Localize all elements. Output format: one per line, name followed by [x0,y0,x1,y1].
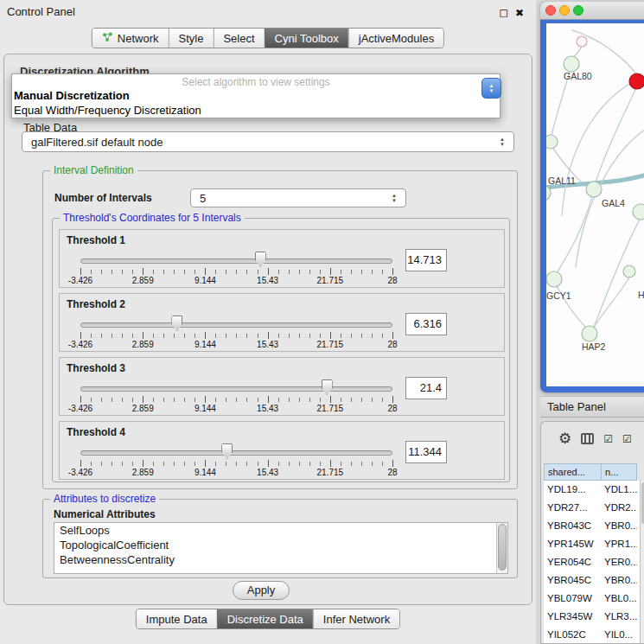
slider-scale-label: 2.859 [132,468,154,477]
threshold-value-field[interactable]: 6.316 [405,313,447,335]
table-cell[interactable]: YIL052C [544,626,601,644]
number-of-intervals-combo[interactable]: 5 [190,188,406,207]
titlebar-controls [499,4,524,20]
table-cell[interactable]: YBR045C [544,571,601,590]
tab-cyni-toolbox[interactable]: Cyni Toolbox [265,29,348,48]
table-cell[interactable]: YBL079W [544,590,601,608]
numeric-attribute-item[interactable]: BetweennessCentrality [54,552,507,567]
table-row[interactable]: YBR045CYBR0... [544,571,644,590]
network-node[interactable] [546,271,562,287]
zoom-traffic-light[interactable] [573,5,583,16]
network-window-titlebar[interactable] [540,2,644,20]
algorithm-option[interactable]: Equal Width/Frequency Discretization [12,103,500,118]
tab-jactivemodules[interactable]: jActiveModules [348,29,443,48]
select-all-checkbox-icon[interactable] [603,430,613,446]
table-cell[interactable]: YBR0... [601,517,637,535]
slider-scale-label: 15.43 [257,468,278,477]
minimize-traffic-light[interactable] [559,5,570,16]
numeric-attribute-item[interactable]: SelfLoops [54,523,507,538]
network-node[interactable] [623,265,635,277]
tab-network[interactable]: Network [92,29,169,48]
network-node[interactable] [586,182,602,197]
table-cell[interactable]: YER0... [601,553,637,571]
threshold-value-field[interactable]: 14.713 [405,249,447,271]
tab-discretize-data[interactable]: Discretize Data [217,609,313,628]
network-node[interactable] [633,204,644,220]
list-scrollbar-thumb[interactable] [498,524,507,571]
table-row[interactable]: YLR345WYLR3... [544,608,644,626]
network-node[interactable] [629,73,644,89]
attributes-group-title: Attributes to discretize [50,493,159,505]
network-node[interactable] [577,36,587,47]
algorithm-combo-stepper[interactable] [481,78,501,99]
table-column-header[interactable]: shared... [544,463,601,481]
network-view-window: GAL80GAL4GCY1HAP2GAL11H [540,2,644,392]
network-node-label: H [638,290,644,300]
slider-major-tick [268,460,269,467]
gear-icon[interactable] [558,430,571,448]
table-cell[interactable]: YLR3... [601,608,637,626]
table-row[interactable]: YDR27...YDR2... [544,499,644,517]
table-cell[interactable]: YDL1... [601,481,637,499]
slider-major-tick [392,460,393,467]
tab-impute-data[interactable]: Impute Data [137,609,217,628]
table-cell[interactable]: YBR043C [544,517,601,535]
network-frame: GAL80GAL4GCY1HAP2GAL11H [540,20,644,392]
numerical-attributes-list: SelfLoopsTopologicalCoefficientBetweenne… [54,522,508,574]
network-canvas[interactable]: GAL80GAL4GCY1HAP2GAL11H [546,23,644,386]
slider-track[interactable] [80,322,392,328]
close-icon[interactable] [515,4,524,20]
table-row[interactable]: YER054CYER0... [544,553,644,571]
tab-select[interactable]: Select [213,29,264,48]
list-scrollbar[interactable] [496,523,507,573]
table-data-combo[interactable]: galFiltered.sif default node [22,131,514,152]
table-cell[interactable]: YLR345W [544,608,601,626]
columns-icon[interactable] [581,433,594,444]
tab-infer-network[interactable]: Infer Network [313,609,399,628]
network-edge[interactable] [594,277,629,328]
slider-major-tick [392,332,393,339]
slider-thumb[interactable] [221,443,233,459]
threshold-value-field[interactable]: 11.344 [405,441,447,463]
numeric-attribute-item[interactable]: TopologicalCoefficient [54,538,507,552]
table-cell[interactable]: YPR145W [544,535,601,553]
table-row[interactable]: YBR043CYBR0... [544,517,644,535]
slider-thumb[interactable] [322,379,333,395]
slider-thumb[interactable] [171,316,182,331]
slider-track[interactable] [80,258,392,264]
tab-style[interactable]: Style [169,29,214,48]
table-cell[interactable]: YPR1... [601,535,637,553]
table-cell[interactable]: YDR2... [601,499,637,517]
slider-track[interactable] [80,450,392,456]
table-cell[interactable]: YBL0... [601,590,637,608]
close-traffic-light[interactable] [545,5,556,16]
table-row[interactable]: YIL052CYIL0... [544,626,644,644]
float-window-icon[interactable] [499,4,508,20]
network-edge[interactable] [596,88,636,182]
network-node[interactable] [546,135,558,149]
threshold-value-field[interactable]: 21.4 [405,377,447,399]
slider-major-tick [392,268,393,275]
table-cell[interactable]: YER054C [544,553,601,571]
network-edge[interactable] [573,47,582,57]
slider-scale-label: 9.144 [194,404,216,413]
network-node[interactable] [582,326,597,341]
table-cell[interactable]: YDL19... [544,481,601,499]
algorithm-option[interactable]: Manual Discretization [12,88,500,103]
apply-button[interactable]: Apply [233,581,290,600]
table-column-header[interactable]: n... [601,463,637,481]
threshold-panel: Threshold 2-3.4262.8599.14415.4321.71528… [59,293,505,352]
deselect-checkbox-icon[interactable] [622,430,632,446]
table-cell[interactable]: YBR0... [601,571,637,590]
table-cell[interactable]: YIL0... [601,626,637,644]
table-row[interactable]: YBL079WYBL0... [544,590,644,608]
table-cell[interactable]: YDR27... [544,499,601,517]
table-scrollbar[interactable] [640,481,644,643]
table-row[interactable]: YPR145WYPR1... [544,535,644,553]
network-edge[interactable] [552,72,570,136]
table-data-value: galFiltered.sif default node [31,136,163,149]
slider-thumb[interactable] [255,252,266,267]
slider-track[interactable] [80,386,392,392]
network-node[interactable] [564,56,579,72]
table-row[interactable]: YDL19...YDL1... [544,481,644,499]
